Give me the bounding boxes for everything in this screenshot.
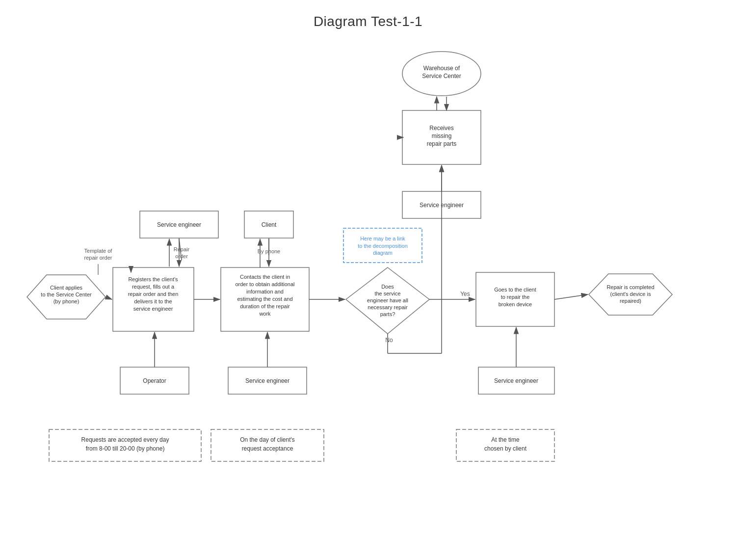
svg-text:Service engineer: Service engineer [245, 377, 289, 384]
svg-text:order to obtain additional: order to obtain additional [235, 281, 294, 287]
svg-text:work: work [259, 311, 271, 317]
svg-rect-50 [120, 367, 189, 394]
svg-text:missing: missing [432, 133, 452, 139]
svg-text:Requests are accepted every da: Requests are accepted every day [81, 436, 169, 443]
svg-text:Operator: Operator [143, 377, 166, 384]
svg-rect-12 [221, 267, 309, 331]
svg-text:order: order [175, 253, 188, 259]
svg-text:the service: the service [374, 291, 400, 296]
svg-text:Goes to the client: Goes to the client [494, 287, 536, 293]
svg-text:request, fills out a: request, fills out a [132, 284, 175, 290]
svg-text:Warehouse of: Warehouse of [423, 65, 460, 72]
svg-rect-56 [49, 429, 201, 461]
svg-text:to the decomposition: to the decomposition [358, 243, 408, 249]
svg-text:Repair is completed: Repair is completed [606, 284, 654, 290]
svg-text:request acceptance: request acceptance [242, 445, 293, 452]
svg-text:(client's device is: (client's device is [610, 291, 651, 297]
svg-text:Registers the client's: Registers the client's [128, 276, 178, 282]
svg-text:repair parts: repair parts [427, 140, 457, 147]
svg-text:to repair the: to repair the [501, 294, 530, 300]
svg-rect-40 [402, 191, 481, 218]
svg-text:Service engineer: Service engineer [157, 221, 201, 228]
svg-text:estimating the cost and: estimating the cost and [237, 296, 292, 302]
svg-line-77 [554, 294, 588, 299]
svg-text:Here may be a link: Here may be a link [360, 236, 405, 241]
svg-marker-2 [27, 275, 105, 319]
svg-rect-46 [140, 211, 218, 238]
svg-rect-6 [113, 267, 194, 331]
svg-line-73 [105, 297, 112, 299]
svg-text:Repair: Repair [174, 246, 190, 252]
svg-rect-48 [244, 211, 293, 238]
svg-marker-29 [589, 274, 672, 315]
svg-text:Service Center: Service Center [422, 73, 461, 80]
svg-text:chosen by client: chosen by client [484, 445, 527, 452]
svg-text:By phone: By phone [258, 248, 280, 254]
svg-rect-33 [402, 110, 481, 164]
svg-text:(by phone): (by phone) [53, 298, 79, 304]
svg-line-94 [179, 239, 182, 260]
svg-text:Does: Does [381, 284, 394, 290]
svg-text:Contacts the client in: Contacts the client in [240, 274, 290, 280]
svg-text:to the Service Center: to the Service Center [41, 292, 92, 297]
svg-text:information and: information and [246, 289, 284, 294]
svg-text:service engineer: service engineer [133, 306, 173, 312]
svg-text:parts?: parts? [380, 311, 395, 317]
svg-text:delivers it to the: delivers it to the [134, 298, 172, 304]
svg-rect-25 [476, 272, 554, 326]
svg-text:On the day of client's: On the day of client's [240, 436, 295, 443]
svg-text:broken device: broken device [499, 301, 532, 307]
svg-text:from 8-00 till 20-00 (by phone: from 8-00 till 20-00 (by phone) [86, 445, 165, 452]
svg-text:Client applies: Client applies [50, 285, 83, 291]
svg-rect-59 [211, 429, 324, 461]
svg-text:engineer have all: engineer have all [367, 297, 408, 303]
svg-text:diagram: diagram [373, 250, 393, 256]
svg-text:repair order and then: repair order and then [128, 291, 179, 297]
svg-text:Template of: Template of [84, 248, 113, 254]
svg-rect-62 [456, 429, 554, 461]
svg-text:Service engineer: Service engineer [494, 377, 538, 384]
svg-text:Yes: Yes [460, 291, 470, 297]
svg-text:At the time: At the time [491, 436, 520, 443]
svg-rect-52 [228, 367, 307, 394]
svg-text:Receives: Receives [429, 125, 453, 132]
svg-text:Service engineer: Service engineer [420, 202, 464, 209]
svg-text:necessary repair: necessary repair [368, 304, 408, 310]
svg-text:duration of the repair: duration of the repair [240, 303, 290, 309]
svg-text:repair order: repair order [84, 255, 112, 261]
svg-text:repaired): repaired) [620, 298, 641, 304]
svg-rect-42 [343, 228, 422, 263]
svg-rect-54 [478, 367, 554, 394]
svg-marker-19 [346, 267, 429, 334]
svg-text:No: No [385, 337, 393, 344]
svg-text:Client: Client [262, 221, 277, 228]
svg-point-37 [402, 52, 481, 96]
page-title: Diagram Test-1-1 [0, 0, 736, 29]
